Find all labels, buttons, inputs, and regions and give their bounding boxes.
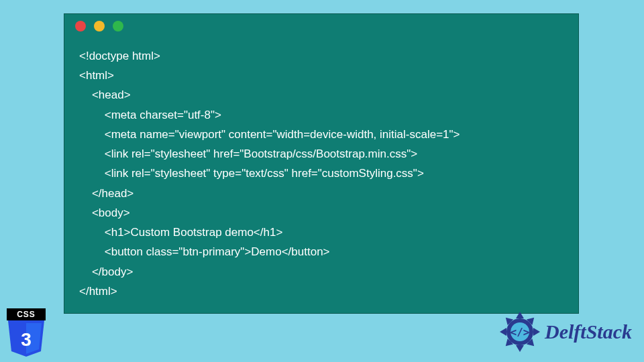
close-icon[interactable] [75, 21, 86, 32]
code-line: </body> [79, 265, 133, 278]
code-line: <meta charset="utf-8"> [79, 109, 221, 121]
code-block: <!doctype html> <html> <head> <meta char… [64, 38, 578, 301]
code-line: <!doctype html> [79, 50, 160, 62]
code-line: <button class="btn-primary">Demo</button… [79, 245, 330, 258]
code-line: <link rel="stylesheet" type="text/css" h… [79, 167, 424, 180]
css3-numeral: 3 [21, 329, 32, 350]
code-line: </html> [79, 285, 117, 298]
code-line: </head> [79, 187, 133, 200]
svg-marker-2 [516, 312, 524, 318]
maximize-icon[interactable] [113, 21, 123, 32]
code-line: <head> [79, 88, 131, 101]
svg-marker-4 [533, 328, 540, 336]
css3-shield-icon: 3 [7, 320, 46, 357]
svg-marker-6 [516, 345, 524, 352]
delftstack-gear-icon: </> [499, 311, 541, 353]
code-line: <body> [79, 206, 130, 219]
svg-text:</>: </> [511, 326, 530, 339]
window-titlebar [64, 14, 578, 38]
css3-label: CSS [7, 308, 46, 320]
code-line: <h1>Custom Bootstrap demo</h1> [79, 226, 282, 239]
code-window: <!doctype html> <html> <head> <meta char… [64, 13, 579, 314]
delftstack-logo: </> DelftStack [499, 311, 632, 353]
code-line: <html> [79, 69, 114, 82]
delftstack-name: DelftStack [545, 320, 632, 343]
code-line: <meta name="viewport" content="width=dev… [79, 128, 460, 141]
code-line: <link rel="stylesheet" href="Bootstrap/c… [79, 147, 417, 160]
svg-marker-8 [500, 328, 506, 336]
minimize-icon[interactable] [94, 21, 105, 32]
css3-logo: CSS 3 [7, 308, 46, 355]
